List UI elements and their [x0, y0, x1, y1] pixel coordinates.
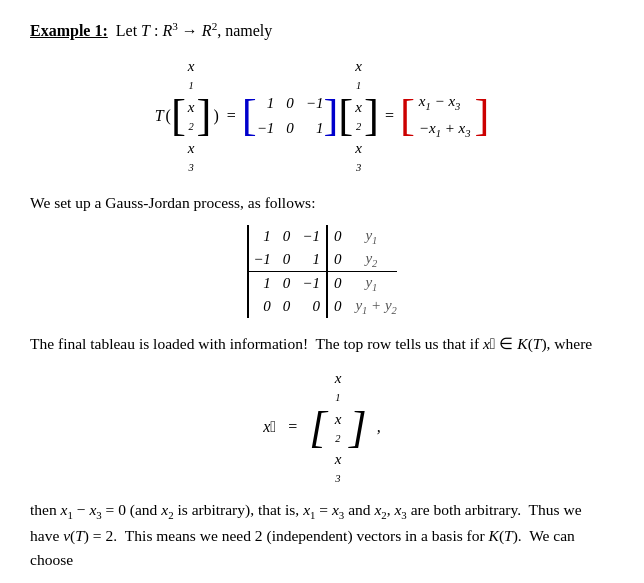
result-bracket-left: [ — [400, 96, 415, 134]
result-bracket-right: ] — [474, 96, 489, 134]
gauss-intro: We set up a Gauss-Jordan process, as fol… — [30, 191, 614, 215]
then-paragraph: then x1 − x3 = 0 (and x2 is arbitrary), … — [30, 498, 614, 572]
input-vector: x1 x2 x3 — [186, 54, 197, 176]
bracket-left-x: [ — [338, 96, 353, 134]
matrix-bracket-right: ] — [323, 96, 338, 134]
bracket-left-1: [ — [171, 96, 186, 134]
example-heading: Example 1: Let T : R3 → R2, namely — [30, 20, 614, 40]
vec-bracket-left: [ — [309, 408, 326, 446]
bracket-right-1: ] — [196, 96, 211, 134]
xyz-vector: x1 x2 x3 — [333, 366, 344, 488]
result-vector: x1 − x3 −x1 + x3 — [415, 89, 475, 142]
example-label: Example 1: — [30, 22, 108, 40]
page-content: Example 1: Let T : R3 → R2, namely T ( [… — [30, 20, 614, 583]
tableau-row-4: 0 0 0 0 y1 + y2 — [248, 295, 397, 318]
final-para: The final tableau is loaded with informa… — [30, 332, 614, 356]
vector-display: x⃗ = [ x1 x2 x3 ] , — [30, 366, 614, 488]
tableau-row-3: 1 0 −1 0 y1 — [248, 271, 397, 295]
matrix-bracket-left: [ — [242, 96, 257, 134]
vec-bracket-right: ] — [349, 408, 366, 446]
bracket-right-x: ] — [364, 96, 379, 134]
tableau-row-1: 1 0 −1 0 y1 — [248, 225, 397, 248]
tableau-wrap: 1 0 −1 0 y1 −1 0 1 0 y2 1 0 — [30, 225, 614, 318]
gauss-jordan-tableau: 1 0 −1 0 y1 −1 0 1 0 y2 1 0 — [247, 225, 397, 318]
transformation-matrix: 10−1 −101 — [257, 91, 324, 141]
example-desc: Let T : R3 → R2, namely — [116, 20, 273, 40]
tableau-row-2: −1 0 1 0 y2 — [248, 248, 397, 272]
transformation-equation: T ( [ x1 x2 x3 ] ) = [ 10−1 −101 ] [ x1 … — [30, 54, 614, 176]
x-vector: x1 x2 x3 — [353, 54, 364, 176]
